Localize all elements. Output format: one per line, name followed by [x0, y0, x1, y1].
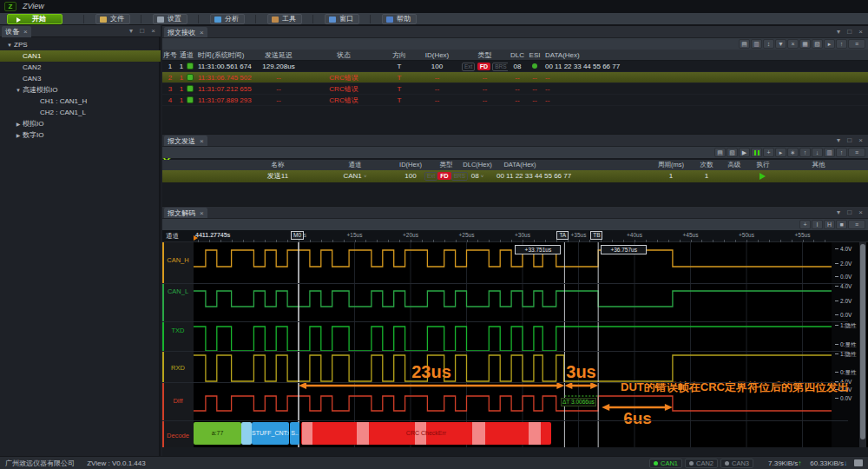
decode-snapshot-button[interactable]: ■ — [836, 220, 847, 229]
arrowhead-icon — [564, 382, 572, 389]
table-row[interactable]: 1111:31:00.561 674129.208usT100Ext FD BR… — [162, 61, 868, 72]
cell-direction: T — [386, 95, 412, 105]
vertical-scrollbar[interactable] — [859, 242, 866, 447]
receive-clear-button[interactable]: × — [787, 39, 799, 49]
table-row[interactable]: 2111:31:06.745 502--CRC错误T---------- — [162, 72, 868, 83]
decode-block[interactable]: CRC CheckErr — [301, 422, 551, 445]
row-separator — [162, 351, 848, 352]
device-icon — [854, 459, 863, 466]
send-up-button[interactable]: ↑ — [799, 148, 811, 157]
vertical-scrollbar-handle[interactable] — [860, 244, 865, 439]
send-menu-button[interactable]: ≡ — [848, 148, 865, 157]
close-icon[interactable]: × — [200, 209, 204, 217]
menu-window-button[interactable]: 窗口 — [325, 14, 359, 24]
ruler-tick-label: +40us — [617, 232, 652, 238]
send-export-button[interactable]: ↑ — [836, 148, 847, 157]
send-save-button[interactable]: ▤ — [714, 148, 726, 157]
send-window-buttons[interactable]: ▾ □ × — [837, 136, 865, 144]
send-column-header: 其他 — [812, 160, 825, 170]
marker-badge-tb[interactable]: TB — [590, 231, 602, 240]
send-add-button[interactable]: + — [763, 148, 774, 157]
cell-status — [301, 61, 386, 71]
column-header: 序号 — [162, 50, 178, 60]
send-down-button[interactable]: ↓ — [812, 148, 823, 157]
close-icon[interactable]: × — [23, 28, 28, 36]
tab-device[interactable]: 设备× — [2, 26, 31, 37]
menu-file-button[interactable]: 文件 — [95, 14, 130, 24]
send-dlc-select[interactable]: 08 ˅ — [471, 170, 484, 182]
send-data: 00 11 22 33 44 55 66 77 — [496, 170, 571, 182]
execute-play-button[interactable] — [760, 173, 766, 180]
receive-menu-button[interactable]: ≡ — [848, 39, 865, 49]
send-insert-button[interactable]: ▸ — [775, 148, 786, 157]
send-copy-button[interactable]: ▥ — [824, 148, 835, 157]
decode-block[interactable]: S.. — [290, 422, 299, 445]
menu-settings-button[interactable]: 设置 — [153, 14, 187, 24]
cell-time: 11:31:00.561 674 — [195, 61, 256, 71]
cell-dlc: 08 — [508, 61, 527, 71]
sidebar-item-zps[interactable]: ▼ZPS — [0, 39, 161, 50]
close-icon[interactable]: × — [200, 29, 204, 36]
statusbar-channel-can1[interactable]: CAN1 — [649, 459, 682, 468]
sidebar-item--io[interactable]: ▶模拟IO — [0, 118, 161, 129]
decode-window-buttons[interactable]: ▾ □ × — [837, 208, 865, 216]
sidebar-item-can2[interactable]: CAN2 — [0, 62, 161, 73]
decode-cursor-button[interactable]: I — [812, 220, 823, 229]
receive-filter-button[interactable]: ▼ — [775, 39, 786, 49]
decode-fit-button[interactable]: H — [824, 220, 835, 229]
menu-tools-button[interactable]: 工具 — [267, 14, 302, 24]
cell-status: CRC错误 — [301, 83, 386, 94]
menu-help-button[interactable]: 帮助 — [382, 14, 417, 24]
receive-refresh-button[interactable]: ↕ — [763, 39, 774, 49]
receive-window-buttons[interactable]: ▾ □ × — [837, 28, 865, 36]
axis-label: 2.0V — [835, 261, 852, 267]
decode-block[interactable]: a:77 — [194, 422, 241, 445]
sidebar-item-ch1-can1-h[interactable]: CH1 : CAN1_H — [0, 96, 161, 107]
send-channel-select[interactable]: CAN1 ˅ — [343, 170, 366, 182]
receive-columns-button[interactable]: ▧ — [812, 39, 823, 49]
start-button[interactable]: 开始 — [7, 14, 62, 24]
send-play-button[interactable]: ▶ — [739, 148, 750, 157]
time-ruler[interactable]: 通道 4411.27745s +10us+15us+20us+25us+30us… — [162, 230, 868, 242]
cell-type: -- — [462, 72, 508, 83]
receive-save-button[interactable]: ▤ — [739, 39, 750, 49]
marker-badge-m0[interactable]: M0 — [291, 231, 304, 240]
receive-run-button[interactable]: ▸ — [824, 39, 835, 49]
table-row[interactable]: 4111:31:07.889 293--CRC错误T---------- — [162, 95, 868, 106]
sidebar-item-ch2-can1-l[interactable]: CH2 : CAN1_L — [0, 107, 161, 118]
decode-crosshair-button[interactable]: + — [799, 220, 811, 229]
table-row[interactable]: 3111:31:07.212 655--CRC错误T---------- — [162, 83, 868, 95]
send-columns-button[interactable]: ▧ — [727, 148, 738, 157]
sidebar-item-can3[interactable]: CAN3 — [0, 73, 161, 84]
sidebar-item-can1[interactable]: CAN1 — [0, 50, 161, 62]
decode-toolbar: +IH■≡ — [162, 218, 868, 230]
sidebar-item--io[interactable]: ▼高速模拟IO — [0, 84, 161, 96]
cell-direction: T — [386, 83, 412, 94]
cell-time: 11:31:06.745 502 — [195, 72, 256, 83]
decode-block[interactable] — [241, 422, 252, 445]
statusbar-channel-can2[interactable]: CAN2 — [685, 459, 718, 468]
cell-channel: 1 — [178, 72, 195, 83]
tree-item-label: CH1 : CAN1_H — [40, 97, 87, 105]
send-column-header: ID(Hex) — [399, 160, 422, 170]
decode-block[interactable]: STUFF_CNT:6 — [252, 422, 289, 445]
menu-analysis-button[interactable]: 分析 — [210, 14, 245, 24]
marker-badge-ta[interactable]: TA — [556, 231, 569, 240]
expander-icon[interactable]: ▶ — [14, 130, 23, 142]
sidebar-window-buttons[interactable]: ▾ □ × — [129, 27, 158, 35]
waveform-area[interactable]: CAN_HCAN_LTXDRXDDiffDecode a:77STUFF_CNT… — [162, 242, 868, 447]
send-favorite-button[interactable]: ∗ — [787, 148, 799, 157]
receive-export-button[interactable]: ↑ — [836, 39, 847, 49]
brs-badge: BRS — [451, 172, 468, 181]
close-icon[interactable]: × — [200, 137, 204, 145]
decode-menu-button[interactable]: ≡ — [848, 220, 865, 229]
sidebar-item--io[interactable]: ▶数字IO — [0, 129, 161, 141]
channel-badge-icon — [187, 63, 194, 69]
send-pause-button[interactable] — [751, 148, 762, 157]
statusbar-channel-can3[interactable]: CAN3 — [720, 459, 753, 468]
arrowhead-icon — [556, 382, 564, 389]
channel-color-strip — [162, 283, 164, 321]
receive-settings-button[interactable]: ▦ — [799, 39, 811, 49]
receive-open-button[interactable]: ▥ — [751, 39, 762, 49]
cell-data: -- — [542, 83, 868, 94]
